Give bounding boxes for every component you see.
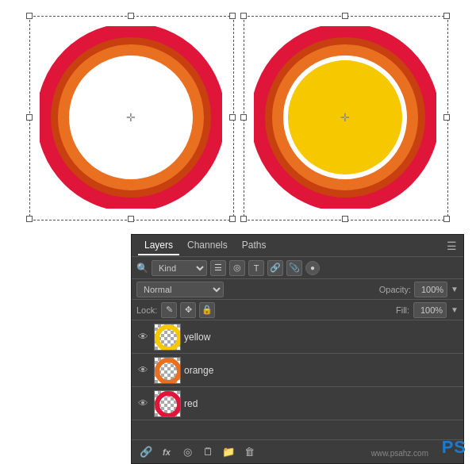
handle-bl[interactable] [26, 216, 33, 222]
handle-tr-r[interactable] [443, 13, 450, 19]
fill-arrow: ▼ [451, 305, 459, 314]
svg-point-4 [259, 32, 431, 203]
layer-row-orange[interactable]: 👁 orange [132, 354, 463, 387]
tab-paths[interactable]: Paths [236, 236, 273, 255]
opacity-label: Opacity: [379, 285, 411, 294]
kind-select[interactable]: Kind [152, 260, 207, 276]
layer-filter-smart[interactable]: 📎 [286, 260, 302, 276]
fx-icon[interactable]: fx [159, 444, 175, 460]
svg-point-0 [45, 32, 217, 203]
search-row: 🔍 Kind ☰ ◎ T 🔗 📎 ● [132, 257, 463, 279]
mask-icon[interactable]: ◎ [179, 444, 195, 460]
handle-tm[interactable] [128, 13, 134, 19]
layer-thumb-yellow [154, 324, 181, 351]
lock-icons: ✎ ✥ 🔒 [161, 302, 215, 318]
svg-point-9 [157, 360, 179, 382]
handle-ml-r[interactable] [240, 114, 247, 121]
handle-mr[interactable] [229, 114, 236, 121]
fill-label: Fill: [396, 305, 409, 315]
handle-tm-r[interactable] [342, 13, 348, 19]
ring-left-svg [40, 26, 222, 209]
blend-mode-select[interactable]: Normal [136, 282, 224, 297]
tab-channels[interactable]: Channels [181, 236, 234, 255]
panel-tabs: Layers Channels Paths ☰ [132, 235, 463, 257]
tab-layers[interactable]: Layers [138, 236, 179, 255]
handle-ml[interactable] [26, 114, 33, 121]
layer-filter-type[interactable]: T [248, 260, 264, 276]
lock-label: Lock: [136, 305, 157, 315]
layer-filter-adjust[interactable]: ◎ [229, 260, 245, 276]
svg-point-10 [157, 393, 179, 416]
layer-thumb-orange [154, 357, 181, 384]
adjustment-icon[interactable]: 🗒 [200, 444, 216, 460]
ps-site: www.psahz.com [371, 449, 428, 458]
canvas-area [0, 0, 476, 234]
handle-bm[interactable] [128, 216, 134, 222]
lock-position[interactable]: ✥ [180, 302, 196, 318]
svg-point-8 [157, 327, 179, 349]
handle-mr-r[interactable] [443, 114, 450, 121]
ring-left[interactable] [36, 22, 226, 213]
delete-icon[interactable]: 🗑 [241, 444, 257, 460]
layer-filter-pixel[interactable]: ☰ [210, 260, 226, 276]
handle-tl-r[interactable] [240, 13, 247, 19]
search-icon: 🔍 [136, 263, 148, 274]
lock-all[interactable]: 🔒 [199, 302, 215, 318]
handle-tr[interactable] [229, 13, 236, 19]
lock-pixels[interactable]: ✎ [161, 302, 177, 318]
fill-input[interactable] [413, 302, 447, 318]
ring-right-svg [254, 26, 436, 209]
svg-point-3 [74, 60, 188, 174]
group-icon[interactable]: 📁 [221, 444, 236, 460]
layer-list: 👁 yellow 👁 orange 👁 [132, 320, 463, 420]
svg-point-7 [288, 60, 402, 174]
lock-row: Lock: ✎ ✥ 🔒 Fill: ▼ [132, 300, 463, 320]
layer-name-orange: orange [184, 365, 460, 376]
layer-thumb-red [154, 390, 181, 417]
handle-br[interactable] [229, 216, 236, 222]
layer-filter-toggle[interactable]: ● [305, 261, 320, 275]
layer-name-red: red [184, 398, 460, 409]
ring-right[interactable] [250, 22, 440, 213]
layer-row-yellow[interactable]: 👁 yellow [132, 320, 463, 354]
visibility-icon-yellow[interactable]: 👁 [135, 329, 151, 345]
layers-panel: Layers Channels Paths ☰ 🔍 Kind ☰ ◎ T 🔗 📎… [131, 234, 464, 464]
panel-menu-icon[interactable]: ☰ [447, 240, 457, 252]
ps-logo: PS [442, 437, 466, 458]
handle-bm-r[interactable] [342, 216, 348, 222]
visibility-icon-red[interactable]: 👁 [135, 396, 151, 412]
opacity-input[interactable] [414, 282, 447, 297]
handle-bl-r[interactable] [240, 216, 247, 222]
blend-row: Normal Opacity: ▼ [132, 279, 463, 300]
handle-tl[interactable] [26, 13, 33, 19]
link-icon[interactable]: 🔗 [138, 444, 154, 460]
layer-name-yellow: yellow [184, 332, 460, 343]
layer-row-red[interactable]: 👁 red [132, 387, 463, 420]
opacity-arrow: ▼ [451, 285, 459, 293]
handle-br-r[interactable] [443, 216, 450, 222]
visibility-icon-orange[interactable]: 👁 [135, 362, 151, 378]
layer-filter-shape[interactable]: 🔗 [267, 260, 283, 276]
